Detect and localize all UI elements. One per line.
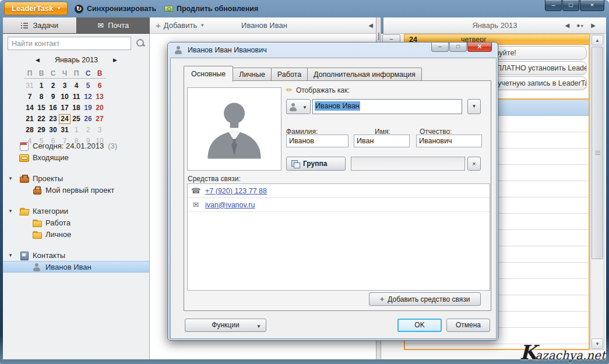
calendar-day[interactable]: 18 [71, 103, 82, 113]
calendar-prev-icon[interactable]: ◀ [36, 57, 40, 63]
calendar-next-icon[interactable]: ▶ [113, 57, 117, 63]
surname-field[interactable] [286, 135, 348, 147]
display-as-dropdown-button[interactable]: ▼ [467, 99, 481, 114]
calendar-day[interactable]: 31 [24, 81, 36, 91]
today-dot-icon[interactable]: ●▼ [576, 22, 584, 29]
renew-updates-button[interactable]: Продлить обновления [164, 3, 258, 14]
sidebar-item-today[interactable]: Сегодня: 24.01.2013(3) [3, 140, 149, 151]
sidebar-item-categories[interactable]: ▼Категории [3, 205, 149, 217]
dialog-close-button[interactable]: × [467, 43, 492, 52]
dialog-tab-3[interactable]: Дополнительная информация [307, 68, 422, 81]
expander-icon[interactable]: ▼ [8, 176, 13, 181]
add-comm-method-button[interactable]: + Добавить средство связи [369, 292, 481, 306]
calendar-day[interactable]: 4 [71, 81, 82, 91]
group-button[interactable]: Группа [286, 157, 346, 171]
folder-icon [32, 218, 41, 227]
app-menu-button[interactable]: LeaderTask ▼ [4, 2, 68, 15]
collapse-panel-icon[interactable]: ◀ [368, 22, 373, 29]
calendar-month-label: Январь 2013 [55, 56, 98, 64]
functions-button[interactable]: Функции ▼ [185, 319, 266, 332]
add-comm-label: Добавить средство связи [388, 295, 470, 303]
app-window: LeaderTask ▼ ↻ Синхронизировать Продлить… [0, 0, 609, 364]
cancel-button[interactable]: Отмена [446, 319, 490, 332]
sidebar-item-ivanov-ivan[interactable]: Иванов Иван [3, 261, 149, 273]
maximize-button[interactable]: □ [562, 0, 579, 11]
scrollbar-thumb[interactable] [592, 47, 603, 259]
calendar-day[interactable]: 3 [59, 81, 71, 91]
sidebar-item-personal[interactable]: Личное [3, 228, 149, 240]
calendar-day[interactable]: 21 [24, 114, 36, 124]
calendar-day[interactable]: 19 [82, 103, 94, 113]
group-field[interactable] [351, 157, 465, 171]
comm-method-link[interactable]: +7 (920) 123 77 88 [205, 187, 267, 195]
patronymic-field[interactable] [416, 135, 482, 147]
calendar-day[interactable]: 30 [47, 125, 59, 135]
calendar-day[interactable]: 11 [71, 92, 82, 102]
calendar-day[interactable]: 31 [59, 125, 71, 135]
name-field[interactable] [354, 135, 410, 147]
next-day-icon[interactable]: ▶ [591, 22, 596, 29]
calendar-day[interactable]: 25 [71, 114, 82, 124]
clear-group-button[interactable]: × [467, 157, 481, 171]
comm-method-link[interactable]: ivan@ivanov.ru [205, 201, 255, 209]
calendar-day[interactable]: 14 [24, 103, 36, 113]
calendar-day[interactable]: 2 [47, 81, 59, 91]
calendar-day[interactable]: 26 [82, 114, 94, 124]
sidebar-item-label: Категории [33, 207, 68, 215]
calendar-day[interactable]: 12 [82, 92, 94, 102]
minimize-button[interactable]: – [545, 0, 562, 11]
calendar-day[interactable]: 3 [94, 125, 105, 135]
expander-icon[interactable]: ▼ [8, 208, 13, 214]
chevron-down-icon: ▼ [57, 6, 61, 11]
sidebar-item-work[interactable]: Работа [3, 217, 149, 228]
calendar-day[interactable]: 27 [94, 114, 105, 124]
close-button[interactable]: × [580, 0, 604, 11]
dialog-restore-button[interactable]: □ [449, 43, 467, 52]
calendar-day[interactable]: 13 [94, 92, 105, 102]
display-as-input[interactable]: Иванов Иван [312, 99, 462, 114]
tab-tasks[interactable]: Задачи [3, 17, 77, 33]
calendar-day[interactable]: 16 [47, 103, 59, 113]
sidebar-item-inbox[interactable]: Входящие [3, 151, 149, 163]
calendar-day[interactable]: 7 [24, 92, 36, 102]
calendar-day-header: С [47, 69, 59, 79]
ok-button[interactable]: OK [397, 319, 442, 332]
calendar-day[interactable]: 23 [47, 114, 59, 124]
calendar-day[interactable]: 17 [59, 103, 71, 113]
calendar-day[interactable]: 5 [82, 81, 94, 91]
calendar-day[interactable]: 1 [36, 81, 47, 91]
scroll-up-icon[interactable]: ▲ [592, 35, 603, 45]
search-icon[interactable] [136, 38, 145, 48]
sidebar-item-contacts[interactable]: ▼Контакты [3, 249, 149, 261]
sidebar-item-label: Сегодня: 24.01.2013 [33, 142, 104, 150]
dialog-minimize-button[interactable]: – [431, 43, 449, 52]
search-input[interactable] [8, 37, 131, 50]
sync-button[interactable]: ↻ Синхронизировать [75, 3, 156, 14]
calendar-day[interactable]: 15 [36, 103, 47, 113]
calendar-day[interactable]: 20 [94, 103, 105, 113]
dialog-tab-1[interactable]: Личные [233, 68, 272, 81]
dialog-tab-2[interactable]: Работа [271, 68, 308, 81]
calendar-day-header: В [36, 69, 47, 79]
calendar-day[interactable]: 1 [71, 125, 82, 135]
sidebar-item-my-first-project[interactable]: Мой первый проект [3, 184, 149, 196]
calendar-day[interactable]: 24 [59, 114, 71, 124]
app-menu-label: LeaderTask [12, 4, 53, 13]
tab-mail[interactable]: ✉ Почта [77, 17, 150, 33]
watermark: Kazachya.net [520, 341, 606, 364]
contact-type-dropdown[interactable]: ▼ [286, 99, 311, 114]
prev-day-icon[interactable]: ◀ [565, 22, 570, 29]
calendar-day[interactable]: 8 [36, 92, 47, 102]
sidebar-tabs: Задачи ✉ Почта [3, 17, 150, 34]
calendar-day[interactable]: 9 [47, 92, 59, 102]
contact-photo-placeholder[interactable] [187, 87, 281, 171]
calendar-day[interactable]: 2 [82, 125, 94, 135]
calendar-day[interactable]: 6 [94, 81, 105, 91]
calendar-day[interactable]: 22 [36, 114, 47, 124]
expander-icon[interactable]: ▼ [8, 253, 13, 258]
calendar-day[interactable]: 29 [36, 125, 47, 135]
calendar-day[interactable]: 28 [24, 125, 36, 135]
sidebar-item-projects[interactable]: ▼Проекты [3, 172, 149, 184]
dialog-tab-0[interactable]: Основные [184, 66, 233, 82]
calendar-day[interactable]: 10 [59, 92, 71, 102]
